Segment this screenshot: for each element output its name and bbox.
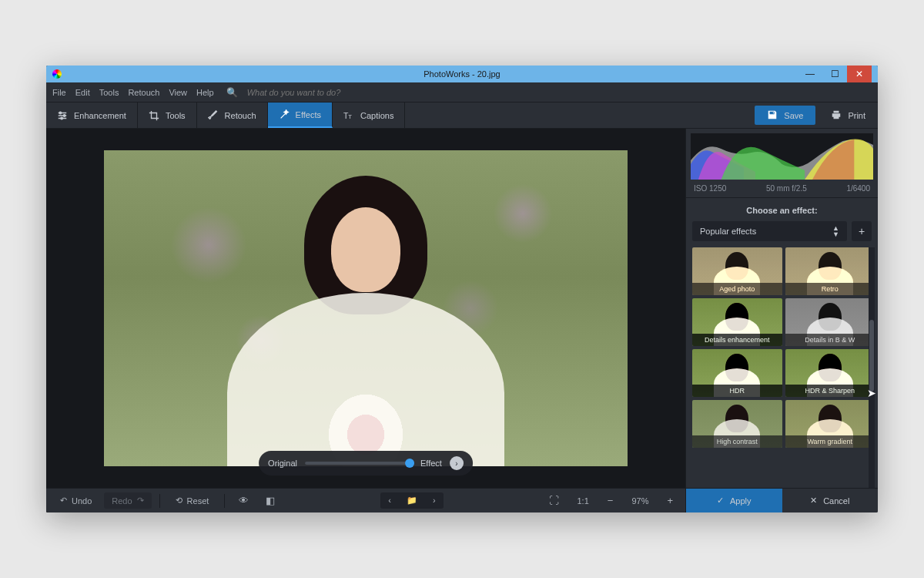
file-nav: ‹ 📁 › bbox=[380, 492, 443, 509]
effect-hdr[interactable]: HDR bbox=[692, 349, 782, 397]
bottombar: ↶ Undo Redo ↷ ⟲ Reset 👁 ◧ ‹ 📁 bbox=[46, 488, 685, 512]
zoom-in-button[interactable]: + bbox=[661, 492, 679, 509]
reset-label: Reset bbox=[187, 496, 209, 506]
effects-scrollbar[interactable] bbox=[869, 247, 875, 488]
image-metadata: ISO 1250 50 mm f/2.5 1/6400 bbox=[686, 180, 878, 197]
undo-label: Undo bbox=[72, 496, 92, 506]
window-title: PhotoWorks - 20.jpg bbox=[424, 69, 500, 79]
lens-value: 50 mm f/2.5 bbox=[766, 184, 807, 193]
open-folder-button[interactable]: 📁 bbox=[399, 492, 425, 509]
next-file-button[interactable]: › bbox=[425, 492, 444, 509]
tab-enhancement[interactable]: Enhancement bbox=[46, 102, 138, 128]
menu-tools[interactable]: Tools bbox=[99, 88, 119, 97]
effects-actions: ✓ Apply ✕ Cancel bbox=[686, 488, 878, 512]
redo-button[interactable]: Redo ↷ bbox=[104, 492, 151, 509]
actual-size-button[interactable]: 1:1 bbox=[570, 493, 597, 509]
brush-icon bbox=[208, 110, 219, 121]
text-icon: TT bbox=[343, 110, 354, 121]
reset-button[interactable]: ⟲ Reset bbox=[168, 492, 217, 509]
effect-category-select[interactable]: Popular effects ▲▼ bbox=[692, 221, 847, 241]
side-panel: ISO 1250 50 mm f/2.5 1/6400 Choose an ef… bbox=[685, 129, 878, 512]
tab-label: Retouch bbox=[225, 111, 256, 120]
chevron-updown-icon: ▲▼ bbox=[832, 225, 839, 237]
sliders-icon bbox=[57, 110, 68, 121]
close-button[interactable]: ✕ bbox=[847, 66, 872, 82]
preview-toggle-icon[interactable]: 👁 bbox=[233, 492, 255, 509]
reset-icon: ⟲ bbox=[176, 496, 182, 506]
save-button[interactable]: Save bbox=[755, 106, 815, 125]
slider-next-icon[interactable]: › bbox=[450, 456, 464, 470]
slider-track[interactable] bbox=[305, 462, 413, 465]
undo-button[interactable]: ↶ Undo bbox=[52, 492, 99, 509]
canvas-viewport[interactable]: Original Effect › bbox=[46, 129, 685, 488]
photo-preview bbox=[104, 150, 628, 466]
toolbar: Enhancement Tools Retouch Effects TT Cap… bbox=[46, 102, 878, 129]
svg-point-3 bbox=[59, 112, 62, 114]
compare-icon[interactable]: ◧ bbox=[259, 492, 281, 509]
tab-retouch[interactable]: Retouch bbox=[197, 102, 268, 128]
app-window: PhotoWorks - 20.jpg — ☐ ✕ File Edit Tool… bbox=[46, 66, 878, 512]
apply-button[interactable]: ✓ Apply bbox=[686, 489, 782, 512]
compare-slider[interactable]: Original Effect › bbox=[259, 451, 473, 476]
slider-thumb[interactable] bbox=[405, 459, 414, 468]
minimize-button[interactable]: — bbox=[798, 66, 822, 82]
menubar: File Edit Tools Retouch View Help 🔍 bbox=[46, 82, 878, 102]
effect-hdr-sharpen[interactable]: HDR & Sharpen bbox=[785, 349, 875, 397]
undo-icon: ↶ bbox=[60, 496, 67, 506]
effect-high-contrast[interactable]: High contrast bbox=[692, 400, 782, 448]
crop-icon bbox=[149, 110, 159, 121]
tab-label: Effects bbox=[296, 110, 321, 119]
histogram bbox=[691, 133, 873, 180]
tab-tools[interactable]: Tools bbox=[138, 102, 197, 128]
print-icon bbox=[831, 109, 842, 122]
cancel-label: Cancel bbox=[823, 496, 849, 506]
canvas-area: Original Effect › ↶ Undo Redo ↷ bbox=[46, 129, 685, 512]
tab-label: Tools bbox=[166, 111, 186, 120]
print-button[interactable]: Print bbox=[819, 102, 878, 128]
tab-label: Enhancement bbox=[74, 111, 126, 120]
svg-point-4 bbox=[63, 114, 65, 116]
close-icon: ✕ bbox=[810, 496, 817, 506]
svg-text:T: T bbox=[348, 113, 352, 119]
prev-file-button[interactable]: ‹ bbox=[380, 492, 399, 509]
menu-edit[interactable]: Edit bbox=[75, 88, 90, 97]
add-effect-button[interactable]: + bbox=[852, 221, 872, 241]
maximize-button[interactable]: ☐ bbox=[822, 66, 847, 82]
apply-label: Apply bbox=[730, 496, 752, 506]
search-input[interactable] bbox=[247, 88, 370, 97]
tab-label: Captions bbox=[360, 111, 393, 120]
slider-right-label: Effect bbox=[420, 459, 442, 468]
save-icon bbox=[767, 109, 778, 122]
menu-retouch[interactable]: Retouch bbox=[128, 88, 159, 97]
effect-details-enhancement[interactable]: Details enhancement bbox=[692, 298, 782, 346]
menu-view[interactable]: View bbox=[169, 88, 187, 97]
save-label: Save bbox=[784, 111, 803, 120]
print-label: Print bbox=[848, 111, 865, 120]
menu-help[interactable]: Help bbox=[196, 88, 214, 97]
fit-screen-button[interactable]: ⛶ bbox=[543, 492, 565, 509]
redo-label: Redo bbox=[112, 496, 132, 506]
check-icon: ✓ bbox=[717, 496, 724, 506]
cancel-button[interactable]: ✕ Cancel bbox=[782, 489, 879, 512]
redo-icon: ↷ bbox=[137, 496, 144, 506]
zoom-value[interactable]: 97% bbox=[624, 493, 656, 509]
menu-file[interactable]: File bbox=[52, 88, 66, 97]
wand-icon bbox=[279, 109, 290, 120]
effect-warm-gradient[interactable]: Warm gradient bbox=[785, 400, 875, 448]
titlebar: PhotoWorks - 20.jpg — ☐ ✕ bbox=[46, 66, 878, 82]
effects-panel-title: Choose an effect: bbox=[686, 197, 878, 221]
shutter-value: 1/6400 bbox=[846, 184, 870, 193]
search-icon: 🔍 bbox=[226, 87, 238, 98]
category-label: Popular effects bbox=[700, 227, 756, 236]
effect-retro[interactable]: Retro bbox=[785, 247, 875, 295]
zoom-out-button[interactable]: − bbox=[601, 492, 620, 509]
main-area: Original Effect › ↶ Undo Redo ↷ bbox=[46, 129, 878, 512]
effects-grid: Aged photo Retro Details enhancement Det… bbox=[686, 247, 878, 488]
iso-value: ISO 1250 bbox=[694, 184, 726, 193]
effect-aged-photo[interactable]: Aged photo bbox=[692, 247, 782, 295]
effect-details-bw[interactable]: Details in B & W bbox=[785, 298, 875, 346]
tab-captions[interactable]: TT Captions bbox=[333, 102, 405, 128]
scrollbar-thumb[interactable] bbox=[869, 320, 874, 392]
tab-effects[interactable]: Effects bbox=[268, 102, 333, 128]
app-logo-icon bbox=[52, 69, 62, 79]
